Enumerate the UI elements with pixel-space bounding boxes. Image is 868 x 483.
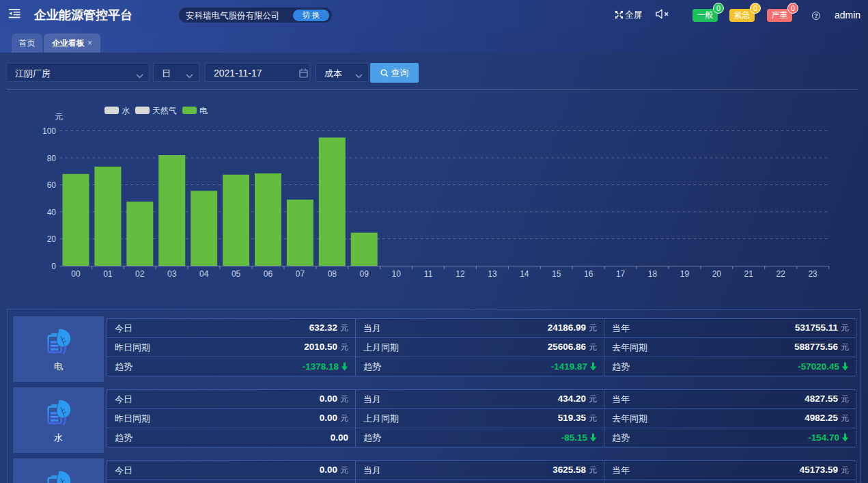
svg-text:05: 05: [232, 269, 241, 279]
svg-text:10: 10: [391, 269, 401, 279]
svg-text:20: 20: [47, 234, 57, 244]
svg-text:14: 14: [520, 269, 529, 279]
svg-text:19: 19: [680, 269, 690, 279]
svg-text:12: 12: [456, 269, 465, 279]
svg-text:17: 17: [616, 269, 626, 279]
svg-text:04: 04: [199, 269, 209, 279]
svg-text:11: 11: [424, 269, 433, 279]
svg-text:21: 21: [744, 269, 754, 279]
svg-text:13: 13: [488, 269, 497, 279]
svg-text:23: 23: [808, 269, 817, 279]
svg-text:18: 18: [648, 269, 658, 279]
svg-text:20: 20: [712, 269, 722, 279]
svg-text:16: 16: [584, 269, 593, 279]
svg-text:06: 06: [264, 269, 273, 279]
svg-text:09: 09: [360, 269, 369, 279]
svg-text:60: 60: [47, 180, 57, 190]
svg-text:元: 元: [55, 112, 63, 122]
svg-text:03: 03: [167, 269, 177, 279]
svg-text:40: 40: [47, 208, 57, 217]
svg-text:80: 80: [47, 154, 57, 163]
svg-text:02: 02: [135, 269, 145, 279]
svg-text:15: 15: [552, 269, 561, 279]
svg-text:07: 07: [296, 269, 305, 279]
svg-text:00: 00: [71, 269, 81, 279]
svg-text:0: 0: [51, 262, 56, 271]
svg-text:100: 100: [42, 126, 56, 136]
svg-text:08: 08: [328, 269, 337, 279]
svg-text:01: 01: [103, 269, 113, 279]
svg-text:22: 22: [776, 269, 786, 279]
